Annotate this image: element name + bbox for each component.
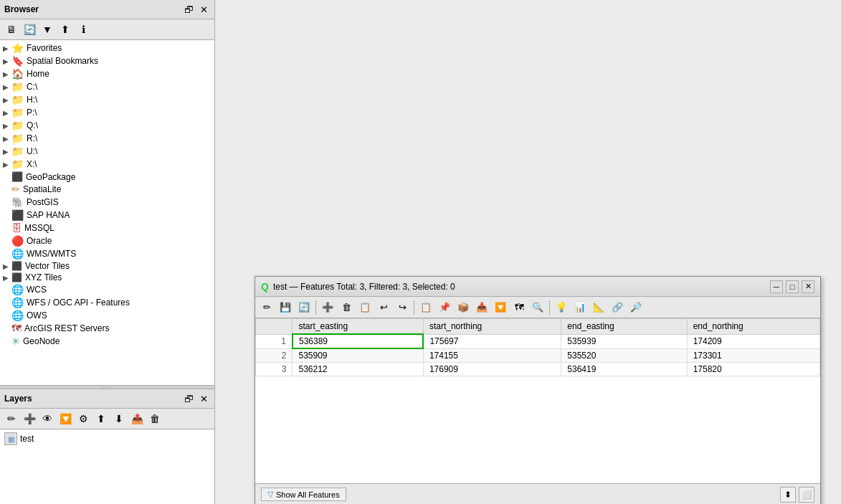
tree-item-wcs[interactable]: 🌐 WCS [0, 283, 214, 296]
table-row[interactable]: 3536212176909536419175820 [256, 363, 820, 376]
collapse-all-icon[interactable]: ⬆ [57, 22, 73, 37]
col-header-start-easting[interactable]: start_easting [293, 319, 423, 335]
layers-close-icon[interactable]: ✕ [197, 392, 210, 405]
filter-layers-icon[interactable]: 🔽 [57, 411, 73, 427]
col-header-rownum [256, 319, 293, 335]
spatialite-icon: ✏ [11, 184, 20, 195]
refresh-icon[interactable]: 🔄 [22, 22, 37, 37]
expand-icon[interactable]: ⬜ [799, 487, 814, 503]
add-layer-icon[interactable]: ➕ [22, 411, 37, 427]
remove-layer-icon[interactable]: 🗑 [147, 411, 163, 427]
show-all-label: Show All Features [276, 490, 340, 499]
tree-item-x-drive[interactable]: ▶ 📁 X:\ [0, 158, 214, 171]
conditional-formatting-icon[interactable]: 📊 [571, 299, 589, 316]
tree-item-u-drive[interactable]: ▶ 📁 U:\ [0, 145, 214, 158]
col-header-end-easting[interactable]: end_easting [561, 319, 687, 335]
show-all-features-button[interactable]: ▽ Show All Features [261, 488, 346, 501]
table-row[interactable]: 1536389175697535939174209 [256, 334, 820, 348]
add-row-icon[interactable]: ➕ [319, 299, 336, 316]
tree-item-geopackage[interactable]: ⬛ GeoPackage [0, 171, 214, 183]
tree-item-wfs-ogc[interactable]: 🌐 WFS / OGC API - Features [0, 296, 214, 309]
tree-item-vector-tiles[interactable]: ▶ ⬛ Vector Tiles [0, 260, 214, 272]
c-drive-label: C:\ [27, 82, 37, 92]
wcs-icon: 🌐 [11, 284, 24, 295]
statistics-icon[interactable]: 📐 [590, 299, 607, 316]
close-button[interactable]: ✕ [802, 280, 814, 293]
dock-icon[interactable]: ⬍ [780, 487, 796, 503]
tree-item-postgis[interactable]: 🐘 PostGIS [0, 196, 214, 209]
tree-item-oracle[interactable]: 🔴 Oracle [0, 234, 214, 247]
arrow-home: ▶ [3, 70, 11, 78]
filter-icon[interactable]: 🔽 [492, 299, 509, 316]
edit-layer-icon[interactable]: ✏ [4, 411, 19, 427]
filter-icon[interactable]: ▼ [39, 22, 55, 37]
actions-icon[interactable]: 🔗 [609, 299, 626, 316]
layers-maximize-icon[interactable]: 🗗 [182, 392, 195, 405]
tree-item-spatialite[interactable]: ✏ SpatiaLite [0, 183, 214, 196]
attribute-table-window: Q test — Features Total: 3, Filtered: 3,… [255, 276, 821, 504]
cell-start_northing[interactable]: 176909 [423, 363, 561, 376]
arrow-mssql [3, 224, 11, 232]
cell-end_northing[interactable]: 175820 [687, 363, 819, 376]
duplicate-row-icon[interactable]: 📋 [356, 299, 374, 316]
home-label: Home [27, 69, 49, 79]
select-all-icon[interactable]: 📦 [455, 299, 472, 316]
delete-row-icon[interactable]: 🗑 [338, 299, 355, 316]
oracle-label: Oracle [27, 236, 52, 246]
cell-end_northing[interactable]: 174209 [687, 334, 819, 348]
tree-item-c-drive[interactable]: ▶ 📁 C:\ [0, 80, 214, 93]
col-header-end-northing[interactable]: end_northing [687, 319, 819, 335]
cell-start_northing[interactable]: 174155 [423, 348, 561, 363]
tree-item-favorites[interactable]: ▶ ⭐ Favorites [0, 42, 214, 54]
toggle-edit-icon[interactable]: ✏ [258, 299, 275, 316]
cell-start_easting[interactable]: 536389 [293, 334, 423, 348]
maximize-icon[interactable]: 🗗 [182, 3, 195, 16]
move-down-icon[interactable]: ⬇ [111, 411, 127, 427]
tree-item-geonode[interactable]: ✳ GeoNode [0, 335, 214, 348]
move-up-icon[interactable]: ⬆ [93, 411, 109, 427]
cell-end_easting[interactable]: 535939 [561, 334, 687, 348]
zoom-to-feature-icon[interactable]: 🔍 [529, 299, 546, 316]
minimize-button[interactable]: ─ [770, 280, 783, 293]
save-edits-icon[interactable]: 💾 [277, 299, 294, 316]
tree-item-home[interactable]: ▶ 🏠 Home [0, 67, 214, 80]
tree-item-xyz-tiles[interactable]: ▶ ⬛ XYZ Tiles [0, 272, 214, 283]
tree-item-q-drive[interactable]: ▶ 📁 Q:\ [0, 119, 214, 132]
cell-start_easting[interactable]: 536212 [293, 363, 423, 376]
layer-item-test[interactable]: ▦ test [1, 431, 213, 447]
move-selection-icon[interactable]: 🗺 [510, 299, 528, 316]
tree-item-arcgis[interactable]: 🗺 ArcGIS REST Servers [0, 322, 214, 335]
redo-icon[interactable]: ↪ [394, 299, 411, 316]
search-icon[interactable]: 🔎 [627, 299, 645, 316]
layer-settings-icon[interactable]: ⚙ [75, 411, 91, 427]
tree-item-r-drive[interactable]: ▶ 📁 R:\ [0, 132, 214, 145]
cell-start_easting[interactable]: 535909 [293, 348, 423, 363]
cell-start_northing[interactable]: 175697 [423, 334, 561, 348]
tree-item-wms-wmts[interactable]: 🌐 WMS/WMTS [0, 247, 214, 260]
deselect-icon[interactable]: 📥 [473, 299, 490, 316]
export-layer-icon[interactable]: 📤 [129, 411, 145, 427]
cell-end_easting[interactable]: 535520 [561, 348, 687, 363]
table-row[interactable]: 2535909174155535520173301 [256, 348, 820, 363]
cell-end_northing[interactable]: 173301 [687, 348, 819, 363]
toggle-visibility-icon[interactable]: 👁 [39, 411, 55, 427]
reload-icon[interactable]: 🔄 [295, 299, 313, 316]
close-panel-icon[interactable]: ✕ [197, 3, 210, 16]
tree-item-mssql[interactable]: 🗄 MSSQL [0, 222, 214, 234]
maximize-button[interactable]: □ [786, 280, 799, 293]
new-connection-icon[interactable]: 🖥 [4, 22, 19, 37]
tree-item-h-drive[interactable]: ▶ 📁 H:\ [0, 93, 214, 106]
undo-icon[interactable]: ↩ [375, 299, 392, 316]
tree-item-p-drive[interactable]: ▶ 📁 P:\ [0, 106, 214, 119]
info-icon[interactable]: ℹ [75, 22, 91, 37]
col-header-start-northing[interactable]: start_northing [423, 319, 561, 335]
tree-item-sap-hana[interactable]: ⬛ SAP HANA [0, 209, 214, 222]
tree-item-spatial-bookmarks[interactable]: ▶ 🔖 Spatial Bookmarks [0, 54, 214, 67]
copy-rows-icon[interactable]: 📋 [417, 299, 434, 316]
attr-table-area[interactable]: start_easting start_northing end_easting… [255, 318, 820, 483]
cell-end_easting[interactable]: 536419 [561, 363, 687, 376]
paste-rows-icon[interactable]: 📌 [436, 299, 453, 316]
arrow-ows [3, 312, 11, 320]
tree-item-ows[interactable]: 🌐 OWS [0, 309, 214, 322]
field-calculator-icon[interactable]: 💡 [553, 299, 570, 316]
